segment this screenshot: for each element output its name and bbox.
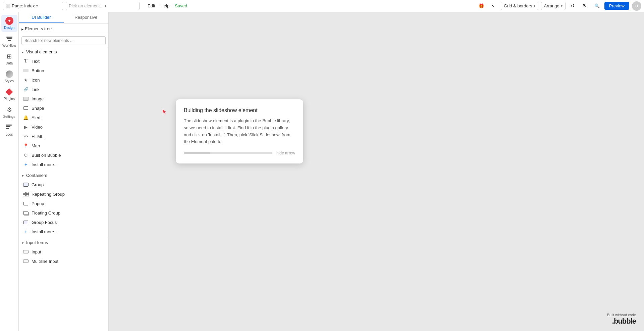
containers-header[interactable]: Containers [19,171,108,180]
element-popup[interactable]: Popup [19,199,108,208]
elements-tree-section: Elements tree [19,23,108,34]
multiline-input-label: Multiline Input [32,259,58,264]
element-input[interactable]: Input [19,247,108,256]
element-alert[interactable]: 🔔 Alert [19,113,108,122]
topbar-actions: Edit Help Saved [148,3,187,8]
redo-icon[interactable]: ↻ [580,1,590,11]
install-more-containers[interactable]: + Install more... [19,227,108,236]
plus-visual-icon: + [23,161,29,168]
help-action[interactable]: Help [160,3,169,8]
button-icon [23,67,29,74]
cursor-icon[interactable]: ↖ [489,1,498,11]
map-icon: 📍 [23,143,29,149]
gift-icon[interactable]: 🎁 [477,1,486,11]
group-icon [23,182,29,188]
input-forms-chevron [21,240,24,245]
element-group-focus[interactable]: Group Focus [19,218,108,227]
visual-elements-header[interactable]: Visual elements [19,47,108,56]
element-link[interactable]: 🔗 Link [19,85,108,94]
sidebar-label-plugins: Plugins [4,97,15,101]
plugins-icon [5,88,13,96]
group-focus-label: Group Focus [32,220,57,225]
group-label: Group [32,182,44,187]
hide-arrow-button[interactable]: hide arrow [276,151,295,155]
link-label: Link [32,87,40,92]
page-selector[interactable]: ⊞ Page: index ▾ [3,2,63,10]
tooltip-body: The slideshow element is a plugin in the… [184,117,295,145]
svg-rect-0 [23,192,25,194]
image-icon [23,96,29,102]
styles-icon [5,70,13,78]
text-icon: T [23,58,29,64]
html-label: HTML [32,134,43,139]
preview-button[interactable]: Preview [604,2,629,10]
sidebar-item-workflow[interactable]: Workflow [1,33,17,50]
install-more-containers-label: Install more... [32,229,58,234]
undo-icon[interactable]: ↺ [568,1,578,11]
arrange-button[interactable]: Arrange ▾ [541,2,566,10]
svg-rect-2 [23,194,25,196]
containers-chevron [21,173,24,178]
element-button[interactable]: Button [19,66,108,75]
built-on-bubble-label: Built on Bubble [32,153,61,158]
html-icon: </> [23,133,29,139]
floating-group-label: Floating Group [32,210,60,216]
element-icon[interactable]: ★ Icon [19,75,108,85]
element-built-on-bubble[interactable]: ⬡ Built on Bubble [19,150,108,160]
tab-responsive[interactable]: Responsive [64,12,109,23]
sidebar-label-logs: Logs [6,133,13,137]
built-without-code-text: Built without code [607,313,636,317]
topbar-right: 🎁 ↖ Grid & borders ▾ Arrange ▾ ↺ ↻ 🔍 Pre… [477,1,641,11]
element-image[interactable]: Image [19,94,108,103]
arrange-chevron: ▾ [561,4,562,8]
element-text[interactable]: T Text [19,56,108,66]
svg-rect-3 [26,194,29,196]
canvas-inner: Building the slideshow element The slide… [109,12,644,331]
search-icon[interactable]: 🔍 [592,1,602,11]
sidebar-item-settings[interactable]: ⚙ Settings [1,104,17,121]
element-floating-group[interactable]: Floating Group [19,208,108,218]
install-more-visual-label: Install more... [32,162,58,167]
user-avatar[interactable]: U [632,1,641,11]
element-group[interactable]: Group [19,180,108,189]
page-label: Page: index [12,3,35,8]
bubble-logo: .bubble [607,317,636,326]
search-input[interactable] [21,36,106,45]
element-video[interactable]: ▶ Video [19,122,108,132]
elements-panel: UI Builder Responsive Elements tree Visu… [19,12,109,331]
settings-icon: ⚙ [5,106,13,114]
data-icon: ⊞ [5,52,13,60]
progress-bar-outer [184,152,272,154]
panel-body: Elements tree Visual elements T Text But… [19,23,108,331]
element-html[interactable]: </> HTML [19,132,108,141]
grid-borders-button[interactable]: Grid & borders ▾ [501,2,538,10]
divider-2 [19,237,108,237]
tab-ui-builder[interactable]: UI Builder [19,12,64,23]
workflow-icon [5,35,13,43]
sidebar-item-design[interactable]: Design [1,15,17,32]
icon-label: Icon [32,78,40,83]
tooltip-title: Building the slideshow element [184,107,295,113]
topbar: ⊞ Page: index ▾ Pick an element... ▾ Edi… [0,0,644,12]
sidebar-item-logs[interactable]: Logs [1,122,17,139]
install-more-visual[interactable]: + Install more... [19,160,108,169]
logs-icon [5,124,13,132]
sidebar-item-plugins[interactable]: Plugins [1,86,17,103]
image-label: Image [32,96,44,101]
sidebar-label-styles: Styles [5,79,14,83]
element-picker[interactable]: Pick an element... ▾ [66,2,140,10]
element-map[interactable]: 📍 Map [19,141,108,150]
popup-label: Popup [32,201,44,206]
element-shape[interactable]: Shape [19,103,108,113]
elements-tree-header[interactable]: Elements tree [21,26,106,32]
design-icon [5,17,13,25]
edit-action[interactable]: Edit [148,3,155,8]
element-repeating-group[interactable]: Repeating Group [19,189,108,199]
input-forms-header[interactable]: Input forms [19,238,108,247]
sidebar-label-data: Data [6,61,13,65]
tooltip-progress: hide arrow [184,151,295,155]
sidebar-item-styles[interactable]: Styles [1,68,17,85]
sidebar-item-data[interactable]: ⊞ Data [1,50,17,67]
element-picker-icon: ▾ [105,4,106,8]
element-multiline-input[interactable]: Multiline Input [19,256,108,266]
